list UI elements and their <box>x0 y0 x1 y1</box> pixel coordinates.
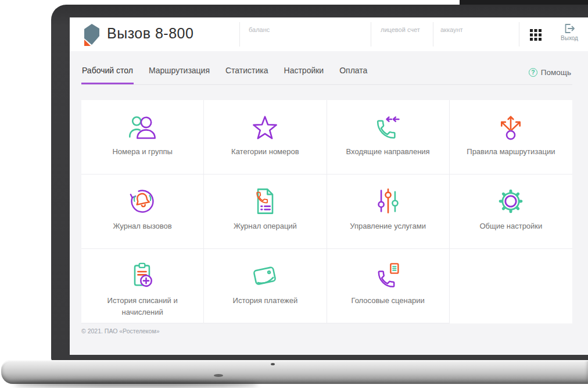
divider <box>239 22 240 47</box>
tile-label: Номера и группы <box>112 146 172 158</box>
tile-charges-history[interactable]: История списаний и начислений <box>81 249 204 323</box>
tile-label: Голосовые сценарии <box>352 295 425 307</box>
tile-label: Правила маршрутизации <box>467 146 555 158</box>
divider <box>371 22 371 47</box>
help-link[interactable]: ? Помощь <box>529 68 571 84</box>
tile-service-management[interactable]: Управление услугами <box>327 175 450 249</box>
tab-dashboard[interactable]: Рабочий стол <box>81 61 134 84</box>
wallet-icon <box>250 261 280 291</box>
logout-button[interactable]: Выход <box>554 23 585 41</box>
balance-label: баланс <box>249 26 270 33</box>
tile-label: Журнал операций <box>234 220 297 232</box>
tile-general-settings[interactable]: Общие настройки <box>450 175 572 249</box>
tile-label: Журнал вызовов <box>113 220 172 232</box>
apps-grid-icon[interactable] <box>528 27 543 42</box>
users-icon <box>127 112 157 142</box>
divider <box>433 22 433 47</box>
laptop-base <box>1 360 588 384</box>
account-label: аккаунт <box>440 26 463 33</box>
tab-routing[interactable]: Маршрутизация <box>148 61 210 84</box>
phone-document-icon <box>250 186 280 216</box>
sliders-icon <box>373 186 403 216</box>
tile-operations-log[interactable]: Журнал операций <box>204 175 327 249</box>
tile-number-categories[interactable]: Категории номеров <box>204 100 327 175</box>
bell-refresh-icon <box>127 186 157 216</box>
tile-label: Входящие направления <box>346 146 430 158</box>
page-content: Рабочий стол Маршрутизация Статистика На… <box>81 51 572 334</box>
dashboard-grid: Номера и группы Категории номеров <box>81 100 572 323</box>
logout-label: Выход <box>554 35 585 41</box>
tile-payments-history[interactable]: История платежей <box>204 249 327 323</box>
route-branch-icon <box>496 112 526 142</box>
tab-payment[interactable]: Оплата <box>339 61 368 84</box>
tile-routing-rules[interactable]: Правила маршрутизации <box>450 100 572 175</box>
gear-icon <box>496 186 526 216</box>
rostelecom-logo[interactable] <box>81 22 102 47</box>
help-label: Помощь <box>541 68 571 77</box>
phone-incoming-icon <box>373 112 403 142</box>
laptop-foot <box>271 363 275 365</box>
main-nav: Рабочий стол Маршрутизация Статистика На… <box>81 51 572 85</box>
tile-label: История платежей <box>233 295 298 307</box>
phone-script-icon <box>373 261 403 291</box>
clipboard-plus-icon <box>127 261 157 291</box>
star-icon <box>250 112 280 142</box>
copyright-text: © 2021. ПАО «Ростелеком» <box>81 328 572 334</box>
divider <box>519 22 519 47</box>
personal-account-label: лицевой счет <box>381 26 420 33</box>
empty-grid-cell <box>450 249 572 323</box>
tab-settings[interactable]: Настройки <box>284 61 325 84</box>
question-circle-icon: ? <box>529 68 537 77</box>
tile-label: Общие настройки <box>479 220 542 232</box>
tile-call-log[interactable]: Журнал вызовов <box>81 175 204 249</box>
laptop-mockup: Вызов 8-800 баланс лицевой счет аккаунт <box>0 0 588 388</box>
tile-label: История списаний и начислений <box>92 295 192 318</box>
app-title: Вызов 8-800 <box>107 25 193 42</box>
tile-label: Категории номеров <box>231 146 299 158</box>
logout-icon <box>564 23 575 34</box>
tile-incoming-directions[interactable]: Входящие направления <box>327 100 450 175</box>
tab-statistics[interactable]: Статистика <box>225 61 269 84</box>
tile-label: Управление услугами <box>350 220 426 232</box>
laptop-foot <box>214 374 223 377</box>
tile-voice-scenarios[interactable]: Голосовые сценарии <box>327 249 450 323</box>
app-header: Вызов 8-800 баланс лицевой счет аккаунт <box>70 17 588 51</box>
tile-numbers-groups[interactable]: Номера и группы <box>81 100 204 175</box>
app-screen: Вызов 8-800 баланс лицевой счет аккаунт <box>70 17 588 355</box>
